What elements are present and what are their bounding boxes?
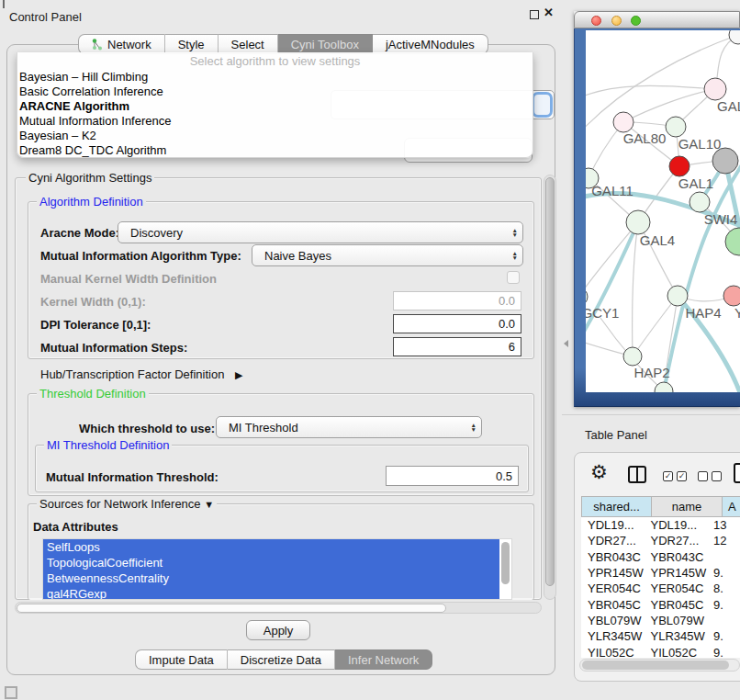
table-row[interactable]: YDR27...YDR27...12	[581, 533, 740, 548]
network-node[interactable]	[725, 228, 740, 255]
network-node-gcy1[interactable]	[586, 288, 588, 306]
kernel-width-field[interactable]: 0.0	[393, 291, 521, 310]
apply-button[interactable]: Apply	[246, 620, 310, 640]
table-row[interactable]: YIL052CYIL052C9.	[581, 644, 740, 658]
network-window-titlebar[interactable]	[574, 11, 740, 28]
vscroll-thumb[interactable]	[545, 177, 555, 586]
sources-toggle[interactable]: Sources for Network Inference ▼	[37, 497, 217, 511]
table-hscroll-thumb[interactable]	[582, 660, 729, 670]
tab-discretize-data[interactable]: Discretize Data	[228, 649, 335, 670]
tab-infer-network[interactable]: Infer Network	[335, 649, 432, 670]
algorithm-option[interactable]: Dream8 DC_TDC Algorithm	[17, 143, 533, 158]
table-panel-title: Table Panel	[585, 428, 647, 442]
file-icon[interactable]	[734, 463, 740, 483]
algorithm-option[interactable]: Mutual Information Inference	[17, 114, 533, 129]
collapse-gutter-icon[interactable]	[564, 340, 568, 347]
kernel-width-label: Kernel Width (0,1):	[40, 295, 146, 309]
column-header-clipped[interactable]: A	[723, 496, 740, 517]
table-cell: 9.	[707, 629, 740, 643]
algorithm-option[interactable]: Basic Correlation Inference	[17, 85, 533, 99]
network-node-gal4[interactable]	[626, 210, 650, 234]
attribute-list-item[interactable]: BetweennessCentrality	[43, 570, 499, 586]
mi-steps-field[interactable]: 6	[393, 337, 521, 356]
tab-impute-data[interactable]: Impute Data	[135, 649, 228, 670]
mi-type-label: Mutual Information Algorithm Type:	[40, 249, 241, 263]
tab-cyni-toolbox[interactable]: Cyni Toolbox	[278, 34, 373, 54]
algorithm-option[interactable]: ARACNE Algorithm	[17, 99, 533, 114]
table-cell: 9.	[707, 646, 740, 658]
data-attributes-list[interactable]: SelfLoopsTopologicalCoefficientBetweenne…	[42, 538, 512, 600]
attribute-list-item[interactable]: TopologicalCoefficient	[43, 555, 499, 570]
network-node-hap2[interactable]	[623, 347, 642, 366]
which-threshold-label: Which threshold to use:	[79, 422, 215, 435]
network-node-swi4[interactable]	[690, 192, 710, 212]
unselect-all-check-icon[interactable]	[698, 471, 708, 481]
network-node-gal80[interactable]	[613, 112, 633, 132]
network-node[interactable]	[655, 382, 673, 392]
settings-vscrollbar[interactable]	[544, 175, 556, 600]
settings-hscrollbar[interactable]	[15, 602, 542, 614]
network-node-label: GCY1	[586, 305, 619, 321]
manual-kernel-checkbox[interactable]	[507, 271, 520, 284]
select-all-check-icon[interactable]: ✓	[663, 471, 673, 481]
tab-jactivemnodules[interactable]: jActiveMNodules	[373, 34, 488, 54]
tab-network[interactable]: Network	[78, 34, 165, 54]
algorithm-definition-title: Algorithm Definition	[37, 195, 146, 209]
tab-label: Infer Network	[348, 650, 419, 670]
network-canvas[interactable]: GALGAL80GAL10GAL1GAL11SWI4GAL4GCY1HAP4YH…	[586, 30, 740, 392]
network-node[interactable]	[712, 148, 738, 174]
table-row[interactable]: YBR045CYBR045C9.	[581, 596, 740, 612]
network-node-gal10[interactable]	[666, 117, 686, 137]
mi-type-combo[interactable]: Naive Bayes ▲▼	[252, 244, 523, 266]
tab-style[interactable]: Style	[165, 34, 219, 54]
attribute-list-item[interactable]: gal4RGexp	[43, 586, 499, 600]
table-row[interactable]: YPR145WYPR145W9.	[581, 565, 740, 581]
minimize-traffic-light[interactable]	[611, 16, 622, 26]
tab-select[interactable]: Select	[219, 34, 278, 54]
aracne-mode-combo[interactable]: Discovery ▲▼	[118, 221, 523, 243]
hub-section-toggle[interactable]: Hub/Transcription Factor Definition ▶	[40, 367, 242, 381]
network-node-y[interactable]	[723, 286, 740, 306]
attribute-list-item[interactable]: SelfLoops	[43, 539, 499, 555]
table-cell: YER054C	[581, 581, 645, 595]
table-hscrollbar[interactable]	[579, 659, 740, 672]
table-row[interactable]: YLR345WYLR345W9.	[581, 628, 740, 644]
table-cell: YLR345W	[581, 629, 645, 643]
network-window-frame: GALGAL80GAL10GAL1GAL11SWI4GAL4GCY1HAP4YH…	[574, 28, 740, 407]
select-all-check-icon[interactable]: ✓	[677, 471, 687, 481]
table-cell: 8.	[707, 581, 740, 595]
aracne-mode-value: Discovery	[130, 226, 183, 240]
zoom-traffic-light[interactable]	[631, 16, 641, 26]
network-node-label: GAL80	[623, 130, 667, 146]
gear-icon[interactable]: ⚙	[590, 462, 608, 482]
algorithm-option[interactable]: Bayesian – Hill Climbing	[17, 70, 533, 85]
unselect-all-check-icon[interactable]	[712, 471, 722, 481]
table-cell: 13	[707, 518, 740, 532]
network-node-gal1[interactable]	[669, 156, 690, 176]
column-header-name[interactable]: name	[652, 496, 723, 517]
table-cell: YLR345W	[645, 629, 708, 643]
close-icon[interactable]: ✕	[544, 6, 554, 19]
float-panel-icon[interactable]	[530, 10, 539, 19]
table-cell: YBR045C	[581, 598, 645, 612]
table-cell: YBL079W	[581, 614, 645, 627]
table-row[interactable]: YER054CYER054C8.	[581, 581, 740, 596]
table-body[interactable]: YDL19...YDL19...13YDR27...YDR27...12YBR0…	[581, 517, 740, 658]
network-node-hap4[interactable]	[667, 286, 688, 306]
show-columns-icon[interactable]	[628, 466, 646, 483]
list-scrollbar-thumb[interactable]	[501, 542, 510, 584]
dpi-tolerance-field[interactable]: 0.0	[393, 314, 521, 333]
network-node[interactable]	[729, 30, 740, 44]
table-row[interactable]: YBR043CYBR043C	[581, 549, 740, 565]
which-threshold-combo[interactable]: MI Threshold ▲▼	[216, 416, 482, 438]
table-row[interactable]: YBL079WYBL079W	[581, 613, 740, 628]
dock-panel-icon[interactable]	[5, 686, 17, 699]
algorithm-option[interactable]: Bayesian – K2	[17, 129, 533, 143]
close-traffic-light[interactable]	[591, 16, 601, 26]
column-header-shared-name[interactable]: shared...	[581, 496, 652, 517]
mi-threshold-field[interactable]: 0.5	[386, 466, 519, 486]
threshold-definition-title: Threshold Definition	[37, 387, 149, 401]
table-row[interactable]: YDL19...YDL19...13	[581, 517, 740, 533]
network-node-gal[interactable]	[704, 78, 726, 100]
hscroll-thumb[interactable]	[17, 604, 446, 613]
